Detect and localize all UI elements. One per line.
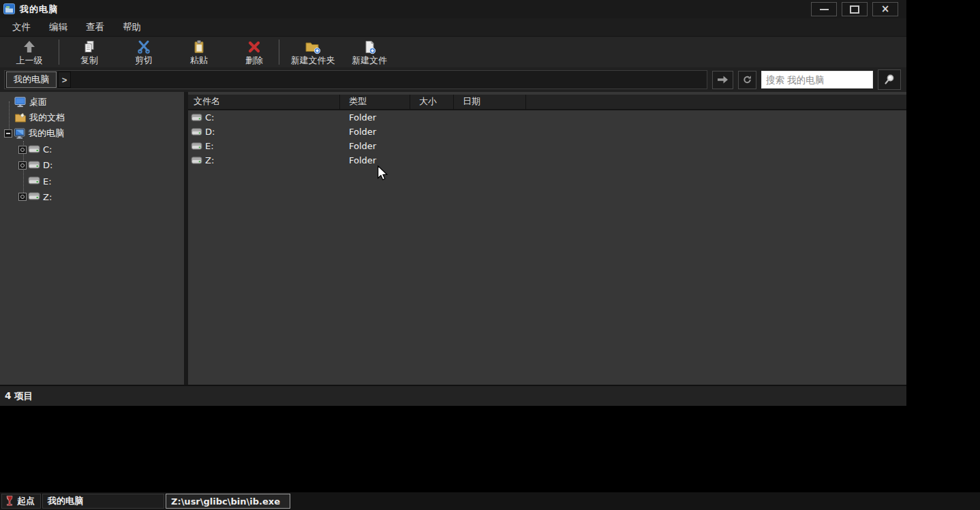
tree-label: Z: (43, 192, 52, 202)
tree-item-drive-z[interactable]: Z: (0, 189, 184, 205)
item-count: 4 项目 (5, 390, 33, 402)
list-row-drive-z[interactable]: Z: Folder (188, 153, 906, 168)
list-header: 文件名 类型 大小 日期 (188, 95, 906, 110)
computer-icon (14, 128, 26, 139)
tree-label: 桌面 (29, 96, 47, 108)
title-bar[interactable]: 我的电脑 × (0, 0, 906, 18)
drive-icon (28, 160, 40, 171)
drive-icon (28, 144, 40, 155)
drive-icon (191, 156, 202, 165)
documents-folder-icon (14, 112, 27, 123)
paste-button[interactable]: 粘贴 (168, 37, 230, 67)
toolbar-label: 新建文件夹 (291, 55, 335, 65)
toolbar-label: 新建文件 (352, 55, 387, 65)
window-controls: × (811, 2, 898, 16)
close-icon: × (881, 4, 890, 14)
new-file-icon (362, 39, 377, 54)
new-folder-icon (305, 39, 321, 54)
tree-item-drive-d[interactable]: D: (0, 157, 184, 173)
file-type: Folder (340, 155, 410, 165)
delete-button[interactable]: 删除 (230, 37, 279, 67)
drive-icon (191, 127, 202, 136)
list-row-drive-d[interactable]: D: Folder (188, 125, 906, 139)
drive-icon (191, 142, 202, 150)
delete-x-icon (247, 39, 262, 54)
file-type: Folder (340, 141, 410, 151)
menu-view[interactable]: 查看 (83, 20, 107, 35)
desktop: 我的电脑 × 文件 编辑 查看 帮助 (0, 0, 980, 510)
app-icon (3, 3, 16, 15)
start-button[interactable]: 起点 (1, 494, 41, 509)
status-bar: 4 项目 (0, 385, 906, 406)
up-level-button[interactable]: 上一级 (0, 37, 59, 67)
wine-glass-icon (5, 496, 14, 507)
refresh-button[interactable] (738, 71, 756, 89)
tree-item-my-documents[interactable]: 我的文档 (0, 110, 184, 125)
address-row: 我的电脑 > (0, 67, 906, 92)
tree-item-desktop[interactable]: 桌面 (0, 94, 184, 110)
content-area: 桌面 我的文档 (0, 92, 906, 385)
tree-expander-collapsed[interactable] (18, 161, 27, 170)
column-header-type[interactable]: 类型 (340, 95, 410, 109)
column-header-date[interactable]: 日期 (454, 95, 526, 109)
toolbar: 上一级 复制 (0, 36, 906, 67)
tree-label: D: (43, 160, 52, 170)
file-name: C: (205, 112, 214, 123)
menu-edit[interactable]: 编辑 (46, 20, 70, 35)
desktop-monitor-icon (14, 97, 27, 108)
taskbar-button-ib-exe[interactable]: Z:\usr\glibc\bin\ib.exe (166, 494, 290, 509)
go-button[interactable] (712, 71, 733, 89)
menu-file[interactable]: 文件 (10, 20, 33, 35)
tree-item-drive-c[interactable]: C: (0, 142, 184, 157)
column-header-filename[interactable]: 文件名 (188, 95, 340, 109)
tree-expander-expanded[interactable] (4, 129, 12, 138)
taskbar-button-my-computer[interactable]: 我的电脑 (42, 494, 164, 509)
toolbar-label: 上一级 (16, 55, 43, 65)
paste-clipboard-icon (192, 39, 206, 54)
tree-sidebar: 桌面 我的文档 (0, 92, 184, 385)
file-type: Folder (340, 112, 410, 123)
toolbar-label: 粘贴 (190, 55, 208, 65)
drive-icon (191, 113, 202, 122)
maximize-button[interactable] (842, 2, 868, 16)
copy-button[interactable]: 复制 (59, 37, 119, 67)
tree-item-my-computer[interactable]: 我的电脑 (0, 126, 184, 142)
toolbar-label: 复制 (80, 55, 98, 65)
breadcrumb-my-computer[interactable]: 我的电脑 (6, 71, 57, 88)
minimize-icon (820, 9, 829, 10)
minimize-button[interactable] (811, 2, 837, 16)
tree-item-drive-e[interactable]: E: (0, 173, 184, 189)
tree-label: 我的电脑 (29, 127, 64, 140)
cut-scissors-icon (136, 39, 151, 54)
search-input[interactable] (761, 71, 873, 89)
list-row-drive-c[interactable]: C: Folder (188, 110, 906, 125)
breadcrumb-chevron-button[interactable]: > (58, 71, 71, 88)
search-button[interactable] (878, 69, 901, 90)
new-folder-button[interactable]: 新建文件夹 (279, 37, 346, 67)
file-name: E: (205, 141, 214, 151)
taskbar: 起点 我的电脑 Z:\usr\glibc\bin\ib.exe (0, 492, 980, 510)
refresh-icon (743, 74, 752, 85)
toolbar-label: 删除 (245, 55, 263, 65)
menu-bar: 文件 编辑 查看 帮助 (0, 18, 906, 36)
maximize-icon (850, 5, 859, 14)
list-row-drive-e[interactable]: E: Folder (188, 139, 906, 153)
toolbar-label: 剪切 (135, 55, 153, 65)
close-button[interactable]: × (872, 2, 898, 16)
file-name: D: (205, 127, 215, 137)
cut-button[interactable]: 剪切 (119, 37, 168, 67)
menu-help[interactable]: 帮助 (120, 20, 144, 35)
address-bar[interactable]: 我的电脑 > (4, 70, 707, 89)
column-header-size[interactable]: 大小 (410, 95, 454, 109)
tree-label: 我的文档 (29, 112, 65, 124)
drive-icon (28, 191, 40, 202)
column-header-filler (526, 95, 906, 109)
start-label: 起点 (17, 495, 35, 507)
new-file-button[interactable]: 新建文件 (346, 37, 393, 67)
tree-expander-collapsed[interactable] (18, 146, 27, 154)
search-magnifier-icon (883, 74, 895, 86)
tree-expander-collapsed[interactable] (18, 193, 27, 201)
window-title: 我的电脑 (20, 3, 58, 16)
chevron-right-icon: > (62, 75, 67, 85)
up-arrow-icon (22, 39, 37, 54)
